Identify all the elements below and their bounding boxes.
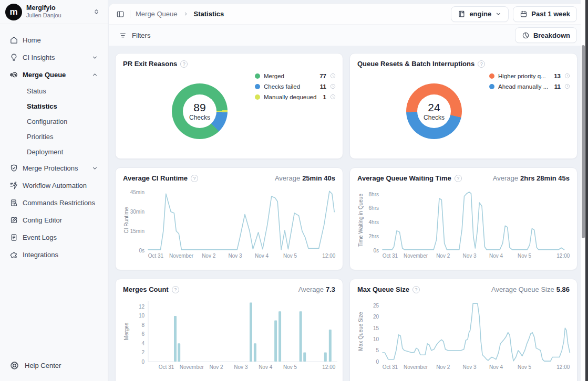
- sidebar-subitem-deployment[interactable]: Deployment: [5, 144, 102, 159]
- date-range-button[interactable]: Past 1 week: [513, 6, 577, 22]
- line-chart-ci-runtime[interactable]: CI Runtime0s15min30min45minOct 31Novembe…: [123, 187, 335, 262]
- svg-text:Oct 31: Oct 31: [148, 253, 164, 259]
- clock-icon[interactable]: [564, 71, 570, 81]
- main-panel: Merge Queue Statistics engine Past 1 wee…: [108, 3, 583, 381]
- donut-chart-queue-resets[interactable]: 24 Checks: [406, 83, 462, 139]
- svg-text:30min: 30min: [130, 209, 145, 215]
- legend-row[interactable]: Ahead manually ...11: [489, 81, 570, 92]
- legend-row[interactable]: Higher priority q...13: [489, 71, 570, 81]
- svg-text:12: 12: [139, 304, 145, 310]
- svg-text:12:00: 12:00: [556, 364, 570, 370]
- breadcrumb-current: Statistics: [194, 10, 224, 18]
- svg-text:Oct 31: Oct 31: [383, 364, 398, 370]
- lifebuoy-icon: [9, 361, 19, 371]
- sidebar: m Mergifyio Julien Danjou Home CI Insigh…: [0, 0, 108, 381]
- sidebar-item-commands-restrictions[interactable]: Commands Restrictions: [5, 194, 102, 211]
- average-value: Average2hrs 28min 45s: [493, 174, 570, 182]
- svg-text:Nov 3: Nov 3: [463, 364, 477, 370]
- help-tooltip-icon[interactable]: [478, 60, 485, 68]
- sidebar-item-label: Integrations: [23, 251, 58, 259]
- help-tooltip-icon[interactable]: [172, 286, 179, 293]
- sidebar-subitem-configuration[interactable]: Configuration: [5, 114, 102, 129]
- edit-icon: [9, 216, 18, 225]
- repository-select[interactable]: engine: [451, 6, 509, 22]
- line-chart-queue-waiting[interactable]: Time Waiting in Queue0s2hrs4hrs6hrs8hrsO…: [357, 187, 570, 262]
- sidebar-item-workflow-automation[interactable]: Workflow Automation: [5, 177, 102, 194]
- sidebar-item-home[interactable]: Home: [5, 31, 102, 48]
- average-value: Average Queue Size5.86: [491, 285, 570, 293]
- help-tooltip-icon[interactable]: [412, 286, 420, 293]
- window-edge: [585, 0, 588, 381]
- scrollbar-thumb[interactable]: [582, 45, 585, 238]
- help-tooltip-icon[interactable]: [455, 175, 462, 182]
- user-name: Julien Danjou: [26, 12, 88, 19]
- help-tooltip-icon[interactable]: [180, 60, 188, 68]
- svg-text:Nov 4: Nov 4: [259, 364, 273, 370]
- breakdown-button[interactable]: Breakdown: [515, 27, 577, 43]
- legend-value: 13: [554, 73, 561, 79]
- sidebar-subitem-status[interactable]: Status: [5, 83, 102, 98]
- svg-text:Nov 2: Nov 2: [202, 253, 216, 259]
- legend-row[interactable]: Merged77: [255, 71, 336, 81]
- sidebar-nav: Home CI Insights Merge Queue Status Stat…: [0, 24, 108, 361]
- legend-label: Manually dequeued: [264, 94, 319, 100]
- sidebar-item-label: Workflow Automation: [23, 182, 87, 189]
- chevron-down-icon: [91, 54, 98, 61]
- legend-value: 11: [554, 83, 561, 90]
- legend-dot: [489, 73, 494, 79]
- legend-label: Ahead manually ...: [498, 83, 551, 90]
- svg-text:Nov 3: Nov 3: [234, 364, 248, 370]
- svg-text:Nov 5: Nov 5: [283, 253, 297, 259]
- sidebar-item-label: Commands Restrictions: [23, 199, 95, 207]
- bar-chart-merges-count[interactable]: Merges024681012Oct 31NovemberNov 2Nov 3N…: [123, 298, 335, 374]
- sidebar-item-ci-insights[interactable]: CI Insights: [5, 49, 102, 66]
- repository-select-value: engine: [469, 10, 491, 18]
- clock-icon[interactable]: [330, 92, 336, 102]
- svg-text:Nov 3: Nov 3: [463, 253, 477, 259]
- sidebar-item-integrations[interactable]: Integrations: [5, 246, 102, 263]
- legend-label: Higher priority q...: [498, 73, 550, 79]
- legend-label: Merged: [264, 73, 316, 79]
- legend-row[interactable]: Checks failed11: [255, 81, 336, 92]
- clock-icon[interactable]: [564, 82, 570, 91]
- clock-icon[interactable]: [330, 82, 336, 91]
- sidebar-item-merge-protections[interactable]: Merge Protections: [5, 160, 102, 176]
- svg-text:November: November: [404, 253, 428, 259]
- filters-button[interactable]: Filters: [115, 27, 154, 43]
- chevron-down-icon: [495, 10, 502, 17]
- sidebar-item-config-editor[interactable]: Config Editor: [5, 211, 102, 228]
- svg-text:0s: 0s: [373, 248, 379, 253]
- svg-text:Nov 2: Nov 2: [210, 364, 224, 370]
- donut-center-value: 89: [193, 101, 205, 113]
- svg-text:10: 10: [139, 313, 145, 319]
- sidebar-item-event-logs[interactable]: Event Logs: [5, 229, 102, 246]
- unfold-icon: [92, 8, 100, 16]
- filters-label: Filters: [132, 31, 150, 39]
- svg-text:Nov 3: Nov 3: [229, 253, 243, 259]
- breadcrumb-parent[interactable]: Merge Queue: [136, 10, 178, 18]
- card-merges-count: Merges Count Average7.3 Merges024681012O…: [115, 279, 343, 381]
- clock-icon[interactable]: [330, 71, 336, 81]
- card-pr-exit-reasons: PR Exit Reasons 89 Checks Merged77Checks…: [115, 53, 343, 159]
- account-switcher[interactable]: m Mergifyio Julien Danjou: [0, 0, 108, 24]
- svg-text:6: 6: [141, 331, 145, 337]
- help-center-label: Help Center: [25, 362, 61, 369]
- line-chart-max-queue-size[interactable]: Max Queue Size0510152025Oct 31NovemberNo…: [357, 298, 570, 374]
- sidebar-subitem-statistics[interactable]: Statistics: [5, 99, 102, 113]
- svg-text:8hrs: 8hrs: [369, 192, 379, 197]
- sidebar-subitem-priorities[interactable]: Priorities: [5, 129, 102, 144]
- clipboard-lock-icon: [9, 198, 18, 207]
- average-value: Average7.3: [298, 285, 335, 293]
- svg-text:Nov 5: Nov 5: [518, 364, 532, 370]
- merge-queue-icon: [9, 70, 18, 79]
- donut-chart-pr-exit-reasons[interactable]: 89 Checks: [172, 83, 228, 139]
- help-tooltip-icon[interactable]: [191, 175, 198, 182]
- sidebar-toggle-icon[interactable]: [116, 10, 125, 18]
- legend-dot: [255, 94, 260, 100]
- svg-text:November: November: [169, 253, 194, 259]
- sidebar-item-merge-queue[interactable]: Merge Queue: [5, 66, 102, 83]
- help-center-link[interactable]: Help Center: [0, 361, 108, 381]
- legend-row[interactable]: Manually dequeued1: [255, 92, 336, 102]
- svg-text:0: 0: [141, 359, 145, 365]
- svg-text:November: November: [404, 364, 428, 370]
